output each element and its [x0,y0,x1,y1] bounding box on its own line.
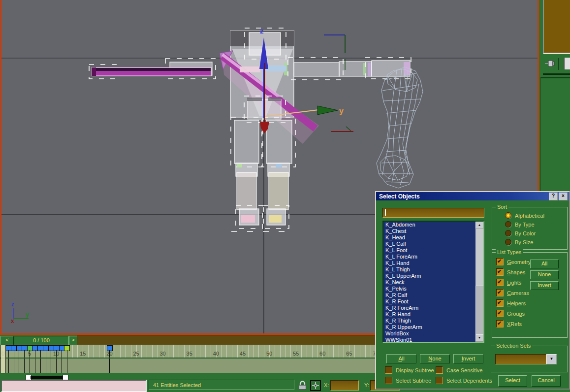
list-type-option[interactable]: Cameras [496,289,531,296]
select-objects-dialog[interactable]: Select Objects ? × K_AbdomenK_ChestK_Hea… [375,191,570,390]
panel-partial-button[interactable] [564,58,570,69]
object-list-item[interactable]: K_Pelvis [383,286,475,292]
object-list-item[interactable]: K_L Foot [383,247,475,254]
list-type-option[interactable]: Geometry [496,258,531,265]
x-coordinate-field[interactable] [330,380,359,391]
command-panel-field[interactable] [543,0,570,54]
checkbox-icon[interactable] [496,299,504,307]
list-type-option[interactable]: Lights [496,279,531,286]
radio-icon[interactable] [505,230,511,236]
name-filter-input[interactable] [382,208,484,218]
object-list-item[interactable]: WWSkin01 [383,337,475,343]
previous-frame-button[interactable]: < [0,336,14,345]
help-button[interactable]: ? [549,193,558,200]
object-list-item[interactable]: K_Neck [383,279,475,286]
object-list: K_AbdomenK_ChestK_HeadK_L CalfK_L FootK_… [383,222,475,343]
sort-option[interactable]: By Type [505,221,544,228]
time-slider-caret[interactable] [0,345,6,373]
option-label: Select Dependents [446,378,492,384]
object-list-item[interactable]: K_R ForeArm [383,305,475,311]
absolute-mode-icon[interactable] [310,380,321,391]
frame-tick [205,345,206,358]
object-list-item[interactable]: K_R Foot [383,298,475,305]
maxscript-listener-field[interactable] [1,380,147,392]
selection-sets-dropdown[interactable] [495,354,546,364]
object-list-item[interactable]: K_L UpperArm [383,273,475,279]
checkbox-icon[interactable] [496,268,504,276]
object-list-item[interactable]: K_L ForeArm [383,254,475,260]
list-type-invert-button[interactable]: Invert [530,281,559,290]
checkbox-icon[interactable] [436,366,443,374]
object-list-item[interactable]: K_L Thigh [383,266,475,273]
invert-button[interactable]: Invert [453,354,483,363]
all-button[interactable]: All [386,354,416,363]
close-button[interactable]: × [559,193,568,200]
scroll-up-icon[interactable]: ▲ [475,222,483,229]
object-list-item[interactable]: K_R Hand [383,311,475,318]
object-list-item[interactable]: K_L Calf [383,241,475,247]
gizmo-y-arrow[interactable] [317,106,338,115]
next-frame-button[interactable]: > [69,336,77,345]
list-type-option[interactable]: XRefs [496,320,531,327]
dialog-title-bar[interactable]: Select Objects ? × [376,192,569,200]
dropdown-arrow-icon[interactable]: ▼ [546,354,557,364]
object-list-item[interactable]: K_R UpperArm [383,324,475,330]
object-list-item[interactable]: K_Chest [383,228,475,234]
sort-group: Sort AlphabeticalBy TypeBy ColorBy Size [492,207,568,250]
key-tick [67,350,67,358]
frame-number: 65 [344,351,354,357]
option-select-dependents[interactable]: Select Dependents [436,377,505,384]
radio-icon[interactable] [505,221,511,228]
trackbar-pan-bar[interactable] [31,376,63,379]
bone-wireframe[interactable] [377,67,423,188]
radio-icon[interactable] [505,239,511,245]
panel-separator [543,73,570,75]
checkbox-icon[interactable] [385,366,392,374]
key-track-line [62,359,62,373]
key-tick [62,350,62,358]
sort-option[interactable]: By Color [505,229,544,237]
sort-option-label: By Color [515,230,536,236]
option-display-subtree[interactable]: Display Subtree [385,366,436,374]
list-type-option[interactable]: Helpers [496,299,531,307]
checkbox-icon[interactable] [496,310,504,317]
selection-buttons: AllNoneInvert [386,354,483,363]
checkbox-icon[interactable] [496,279,504,286]
checkbox-icon[interactable] [496,289,504,296]
list-scrollbar[interactable]: ▲ ▼ [475,222,483,342]
list-type-all-button[interactable]: All [530,260,559,268]
list-type-items: GeometryShapesLightsCamerasHelpersGroups… [496,258,531,327]
cancel-button[interactable]: Cancel [532,375,561,387]
checkbox-icon[interactable] [385,377,392,384]
checkbox-icon[interactable] [496,258,504,265]
frame-number: 45 [237,351,248,357]
object-list-item[interactable]: K_Head [383,234,475,241]
radio-icon[interactable] [505,212,511,219]
object-list-item[interactable]: K_R Calf [383,292,475,298]
key-tick [109,350,110,358]
list-type-option[interactable]: Groups [496,310,531,317]
sort-option[interactable]: By Size [505,238,544,246]
pushpin-icon[interactable] [545,60,555,67]
option-label: Display Subtree [396,367,434,373]
object-listbox[interactable]: K_AbdomenK_ChestK_HeadK_L CalfK_L FootK_… [382,221,484,343]
key-track-line [24,359,25,373]
list-type-option[interactable]: Shapes [496,268,531,276]
checkbox-icon[interactable] [436,377,443,384]
object-list-item[interactable]: WorldBox [383,330,475,337]
scroll-down-icon[interactable]: ▼ [475,334,483,342]
object-list-item[interactable]: K_L Hand [383,260,475,266]
none-button[interactable]: None [420,354,450,363]
frame-counter[interactable]: 0 / 100 [14,336,69,345]
key-track-line [30,359,30,373]
object-list-item[interactable]: K_R Thigh [383,318,475,324]
lock-selection-icon[interactable] [298,381,307,390]
scrollbar-thumb[interactable] [475,286,483,336]
object-list-item[interactable]: K_Abdomen [383,222,475,228]
option-select-subtree[interactable]: Select Subtree [385,377,436,384]
select-button[interactable]: Select [498,375,527,387]
sort-option[interactable]: Alphabetical [505,212,544,219]
key-tick [30,350,30,358]
list-type-none-button[interactable]: None [530,270,559,279]
checkbox-icon[interactable] [496,320,504,327]
